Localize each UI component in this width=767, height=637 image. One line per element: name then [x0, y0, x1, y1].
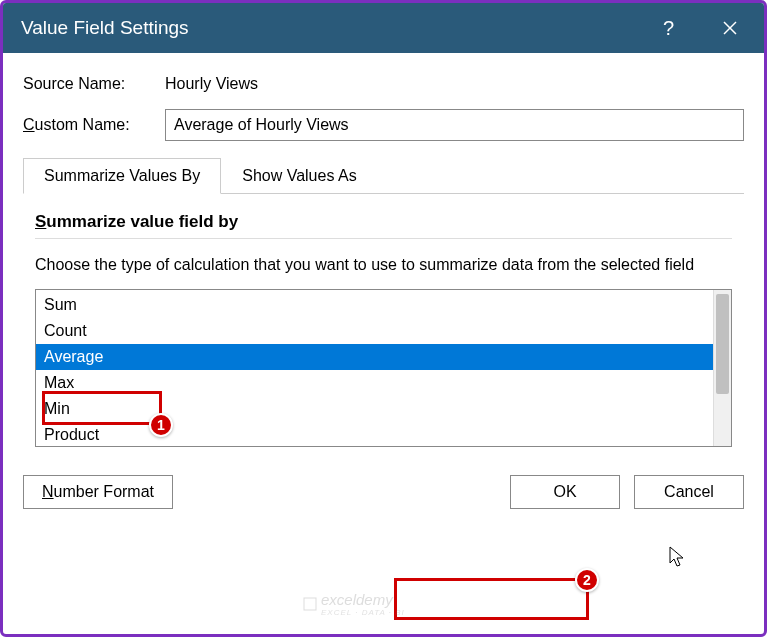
- dialog-content: Source Name: Hourly Views Custom Name: S…: [3, 53, 764, 475]
- tabs: Summarize Values By Show Values As: [23, 157, 744, 194]
- custom-name-input[interactable]: [165, 109, 744, 141]
- watermark-icon: [303, 597, 317, 611]
- titlebar: Value Field Settings ?: [3, 3, 764, 53]
- button-row: Number Format OK Cancel: [3, 475, 764, 527]
- list-item-sum[interactable]: Sum: [36, 292, 713, 318]
- help-button[interactable]: ?: [663, 17, 674, 40]
- cancel-button[interactable]: Cancel: [634, 475, 744, 509]
- calculation-listbox[interactable]: SumCountAverageMaxMinProduct: [35, 289, 732, 447]
- cursor-icon: [668, 545, 688, 572]
- custom-name-label: Custom Name:: [23, 116, 165, 134]
- source-name-value: Hourly Views: [165, 75, 258, 93]
- scrollbar-thumb[interactable]: [716, 294, 729, 394]
- source-name-label: Source Name:: [23, 75, 165, 93]
- tab-panel: Summarize value field by Choose the type…: [23, 194, 744, 457]
- list-item-count[interactable]: Count: [36, 318, 713, 344]
- listbox-inner: SumCountAverageMaxMinProduct: [36, 290, 713, 446]
- watermark: exceldemy EXCEL · DATA · BI: [303, 591, 405, 617]
- dialog-title: Value Field Settings: [21, 17, 663, 39]
- close-icon: [722, 20, 738, 36]
- tab-summarize-values-by[interactable]: Summarize Values By: [23, 158, 221, 194]
- section-heading: Summarize value field by: [35, 212, 732, 232]
- source-name-row: Source Name: Hourly Views: [23, 75, 744, 93]
- list-item-max[interactable]: Max: [36, 370, 713, 396]
- number-format-button[interactable]: Number Format: [23, 475, 173, 509]
- ok-button[interactable]: OK: [510, 475, 620, 509]
- annotation-badge-1: 1: [149, 413, 173, 437]
- annotation-highlight-ok: [394, 578, 589, 620]
- list-item-average[interactable]: Average: [36, 344, 713, 370]
- scrollbar[interactable]: [713, 290, 731, 446]
- annotation-badge-2: 2: [575, 568, 599, 592]
- divider: [35, 238, 732, 239]
- instruction-text: Choose the type of calculation that you …: [35, 253, 732, 277]
- list-item-min[interactable]: Min: [36, 396, 713, 422]
- close-button[interactable]: [714, 16, 746, 40]
- list-item-product[interactable]: Product: [36, 422, 713, 446]
- svg-rect-2: [304, 598, 316, 610]
- custom-name-row: Custom Name:: [23, 109, 744, 141]
- tab-show-values-as[interactable]: Show Values As: [221, 158, 377, 194]
